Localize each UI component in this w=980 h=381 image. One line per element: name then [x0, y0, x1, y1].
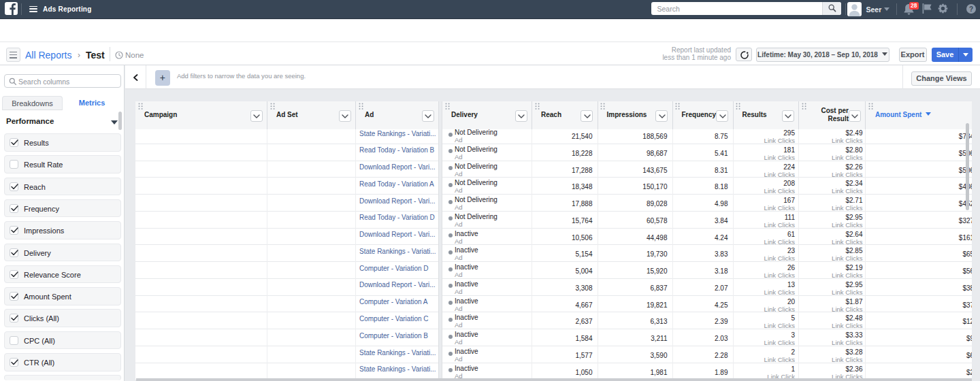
svg-text:?: ?	[968, 5, 973, 12]
